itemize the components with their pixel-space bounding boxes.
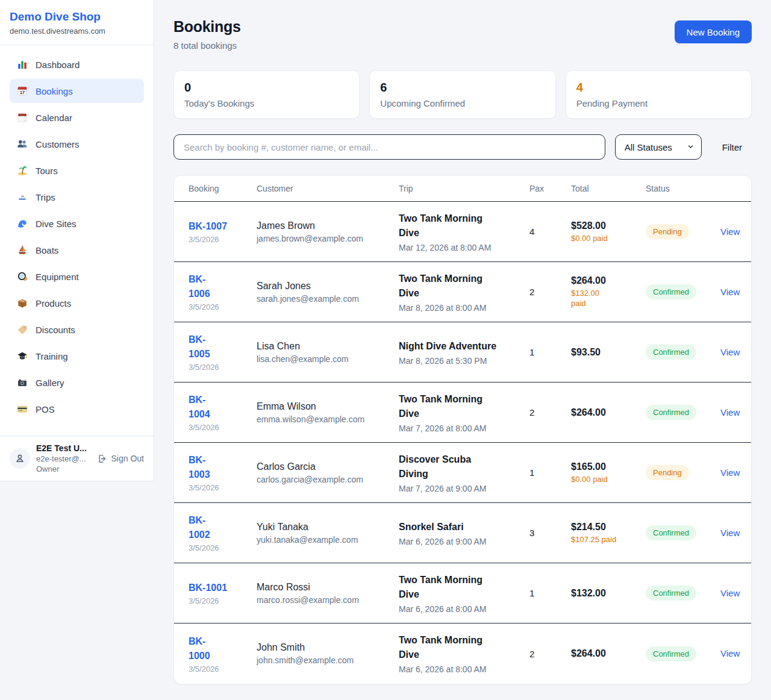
table-header-row: BookingCustomerTripPaxTotalStatus	[174, 176, 751, 202]
view-link[interactable]: View	[720, 467, 740, 478]
trip-name: Snorkel Safari	[399, 520, 529, 534]
pax-count: 2	[529, 407, 571, 417]
sidebar-item-customers[interactable]: Customers	[10, 132, 144, 156]
customer-name: Yuki Tanaka	[257, 522, 399, 533]
page-subtitle: 8 total bookings	[173, 40, 241, 51]
stat-label: Upcoming Confirmed	[380, 98, 545, 108]
paid-amount: $132.00paid	[571, 288, 646, 308]
trip-cell: Two Tank MorningDive Mar 6, 2026 at 8:00…	[399, 633, 529, 674]
status-select[interactable]: All Statuses	[615, 134, 702, 160]
total-cell: $264.00 $132.00paid	[571, 275, 646, 308]
column-header: Customer	[257, 184, 399, 193]
booking-id-link[interactable]: BK-1007	[189, 219, 227, 234]
customer-cell: Marco Rossi marco.rossi@example.com	[257, 582, 399, 605]
booking-id-link[interactable]: BK-1006	[189, 272, 210, 301]
booking-date: 3/5/2026	[189, 423, 257, 432]
filter-button[interactable]: Filter	[722, 142, 742, 152]
total-cell: $132.00	[571, 588, 646, 599]
booking-id-link[interactable]: BK-1000	[189, 634, 210, 663]
user-section: E2E Test U... e2e-tester@... Owner Sign …	[0, 436, 154, 481]
customer-email: carlos.garcia@example.com	[257, 475, 399, 484]
view-cell: View	[720, 347, 740, 358]
trip-name: Two Tank MorningDive	[399, 392, 529, 421]
status-cell: Confirmed	[646, 646, 720, 661]
sidebar-item-training[interactable]: Training	[10, 344, 144, 368]
sidebar-item-calendar[interactable]: Calendar	[10, 105, 144, 130]
sidebar-item-bookings[interactable]: 17Bookings	[10, 79, 144, 103]
total-cell: $264.00	[571, 407, 646, 418]
table-row: BK-1003 3/5/2026 Carlos Garcia carlos.ga…	[174, 443, 751, 503]
status-badge: Pending	[646, 465, 689, 480]
view-cell: View	[720, 648, 740, 659]
bookings-table: BookingCustomerTripPaxTotalStatus BK-100…	[173, 175, 752, 684]
customer-email: emma.wilson@example.com	[257, 414, 399, 424]
sidebar-item-gallery[interactable]: Gallery	[10, 370, 144, 395]
user-email: e2e-tester@...	[36, 454, 91, 463]
booking-id-link[interactable]: BK-1003	[189, 453, 210, 482]
view-cell: View	[720, 227, 740, 237]
sidebar-item-dive-sites[interactable]: Dive Sites	[10, 211, 144, 236]
sidebar-item-label: Customers	[36, 139, 80, 149]
booking-cell: BK-1007 3/5/2026	[189, 219, 257, 244]
view-link[interactable]: View	[720, 407, 740, 417]
paid-amount: $0.00 paid	[571, 474, 646, 484]
view-link[interactable]: View	[720, 347, 740, 357]
sidebar-item-trips[interactable]: Trips	[10, 185, 144, 209]
sidebar-item-label: Bookings	[36, 86, 73, 96]
total-amount: $214.50	[571, 522, 646, 533]
table-row: BK-1007 3/5/2026 James Brown james.brown…	[174, 202, 751, 262]
view-link[interactable]: View	[720, 287, 740, 297]
search-input[interactable]	[173, 134, 605, 160]
total-cell: $165.00 $0.00 paid	[571, 461, 646, 484]
total-amount: $93.50	[571, 347, 646, 358]
sidebar-item-label: Training	[36, 351, 68, 361]
tear-calendar-icon	[17, 112, 28, 123]
booking-id-link[interactable]: BK-1005	[189, 333, 210, 361]
trip-cell: Discover ScubaDiving Mar 7, 2026 at 9:00…	[399, 452, 529, 493]
trip-cell: Two Tank MorningDive Mar 7, 2026 at 8:00…	[399, 392, 529, 433]
booking-date: 3/5/2026	[189, 302, 257, 311]
status-cell: Confirmed	[646, 284, 720, 299]
sidebar-item-discounts[interactable]: Discounts	[10, 317, 144, 342]
customer-email: john.smith@example.com	[257, 655, 399, 665]
total-amount: $264.00	[571, 275, 646, 286]
island-icon	[17, 165, 28, 176]
sidebar-item-equipment[interactable]: Equipment	[10, 264, 144, 289]
view-link[interactable]: View	[720, 528, 740, 538]
page-title: Bookings	[173, 18, 241, 36]
status-cell: Confirmed	[646, 586, 720, 601]
customer-email: lisa.chen@example.com	[257, 354, 399, 364]
status-cell: Pending	[646, 465, 720, 480]
booking-id-link[interactable]: BK-1002	[189, 513, 210, 542]
table-row: BK-1001 3/5/2026 Marco Rossi marco.rossi…	[174, 563, 751, 623]
view-link[interactable]: View	[720, 227, 740, 237]
trip-datetime: Mar 7, 2026 at 8:00 AM	[399, 423, 529, 433]
sidebar-item-pos[interactable]: POS	[10, 397, 144, 421]
stats-row: 0Today's Bookings6Upcoming Confirmed4Pen…	[173, 70, 752, 119]
booking-id-link[interactable]: BK-1004	[189, 393, 210, 422]
sidebar-item-products[interactable]: Products	[10, 291, 144, 315]
sidebar-item-tours[interactable]: Tours	[10, 158, 144, 183]
sidebar-item-boats[interactable]: Boats	[10, 238, 144, 262]
sign-out-button[interactable]: Sign Out	[97, 454, 144, 464]
booking-date: 3/5/2026	[189, 664, 257, 673]
total-cell: $528.00 $0.00 paid	[571, 220, 646, 243]
status-select-wrap: All Statuses	[615, 134, 702, 160]
customer-cell: Carlos Garcia carlos.garcia@example.com	[257, 461, 399, 484]
stat-value: 6	[380, 81, 545, 95]
booking-id-link[interactable]: BK-1001	[189, 581, 227, 595]
sidebar-item-dashboard[interactable]: Dashboard	[10, 52, 144, 77]
trip-name: Two Tank MorningDive	[399, 211, 529, 240]
view-link[interactable]: View	[720, 648, 740, 658]
paid-amount: $0.00 paid	[571, 233, 646, 243]
new-booking-button[interactable]: New Booking	[675, 20, 752, 43]
person-icon	[14, 453, 25, 464]
tag-icon	[17, 324, 28, 335]
sidebar-item-label: Gallery	[36, 378, 64, 388]
column-header: Trip	[399, 184, 529, 193]
sidebar-item-label: Equipment	[36, 272, 79, 282]
view-link[interactable]: View	[720, 588, 740, 598]
sidebar-item-label: Trips	[36, 192, 55, 202]
trip-datetime: Mar 8, 2026 at 8:00 AM	[399, 303, 529, 313]
sidebar-item-label: Dashboard	[36, 60, 80, 70]
